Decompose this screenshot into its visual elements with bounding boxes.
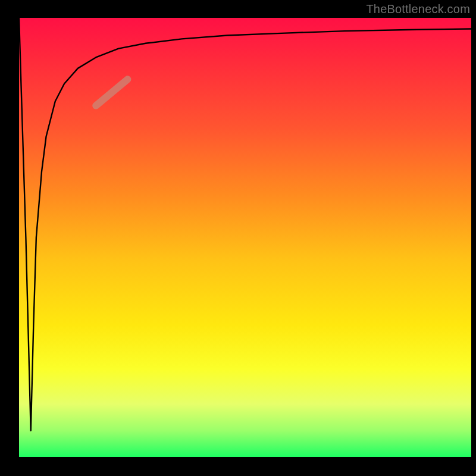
watermark-text: TheBottleneck.com — [366, 2, 470, 16]
plot-area — [19, 18, 471, 457]
bottleneck-curve — [19, 18, 471, 431]
curve-svg — [19, 18, 471, 457]
curve-marker — [96, 79, 127, 105]
chart-frame: TheBottleneck.com — [0, 0, 476, 476]
